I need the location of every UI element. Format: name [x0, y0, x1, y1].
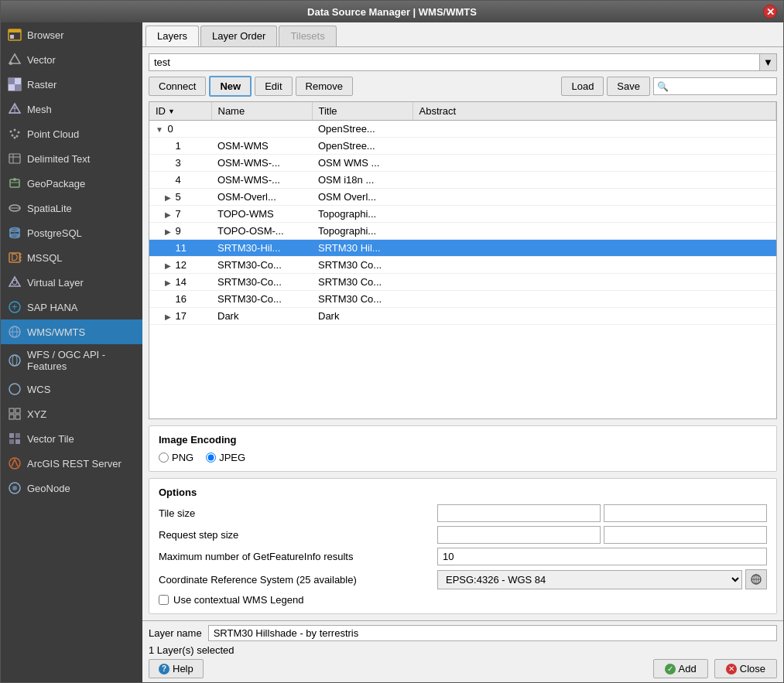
- sidebar-item-wms-wmts[interactable]: WMS/WMTS: [1, 319, 142, 344]
- table-row[interactable]: ▼ 0OpenStree...: [149, 121, 776, 138]
- sidebar-item-sap-hana[interactable]: + SAP HANA: [1, 295, 142, 319]
- table-row[interactable]: ▶ 9TOPO-OSM-...Topographi...: [149, 223, 776, 240]
- table-row[interactable]: 4OSM-WMS-...OSM i18n ...: [149, 172, 776, 189]
- cell-title: Topographi...: [312, 206, 413, 223]
- sidebar-item-postgresql[interactable]: PostgreSQL: [1, 220, 142, 245]
- table-row[interactable]: ▶ 12SRTM30-Co...SRTM30 Co...: [149, 257, 776, 274]
- close-window-button[interactable]: ✕: [763, 5, 777, 19]
- sidebar-item-wcs[interactable]: WCS: [1, 377, 142, 401]
- sidebar-label-raster: Raster: [27, 79, 56, 90]
- sidebar-item-virtual-layer[interactable]: Virtual Layer: [1, 270, 142, 295]
- mesh-icon: [7, 101, 22, 117]
- table-row[interactable]: ▶ 7TOPO-WMSTopographi...: [149, 206, 776, 223]
- svg-rect-46: [15, 415, 20, 419]
- delimited-text-icon: [7, 151, 22, 166]
- png-radio-label[interactable]: PNG: [159, 452, 193, 463]
- sidebar-item-browser[interactable]: Browser: [1, 22, 142, 47]
- wms-wmts-icon: [7, 324, 22, 340]
- status-text: 1 Layer(s) selected: [149, 644, 235, 656]
- tab-layers[interactable]: Layers: [146, 26, 199, 46]
- options-section: Options Tile size Request step size: [149, 478, 777, 614]
- panel-content: test ▼ Connect New Edit Remove Load Save…: [142, 47, 783, 620]
- contextual-legend-checkbox[interactable]: [159, 595, 169, 605]
- crs-select[interactable]: EPSG:4326 - WGS 84: [437, 570, 742, 589]
- svg-point-41: [12, 355, 17, 366]
- sidebar-item-raster[interactable]: Raster: [1, 72, 142, 97]
- sidebar-item-point-cloud[interactable]: Point Cloud: [1, 121, 142, 146]
- sidebar-item-delimited-text[interactable]: Delimited Text: [1, 146, 142, 171]
- help-label: Help: [173, 663, 193, 674]
- svg-point-14: [10, 131, 12, 133]
- max-get-feature-input[interactable]: [437, 548, 767, 565]
- remove-button[interactable]: Remove: [296, 77, 353, 96]
- svg-point-17: [12, 135, 14, 137]
- sidebar-label-virtual-layer: Virtual Layer: [27, 277, 84, 289]
- table-row[interactable]: 3OSM-WMS-...OSM WMS ...: [149, 155, 776, 172]
- close-icon: ✕: [766, 6, 775, 18]
- tab-layer-order[interactable]: Layer Order: [200, 26, 277, 46]
- sidebar-item-vector-tile[interactable]: Vector Tile: [1, 426, 142, 451]
- save-button[interactable]: Save: [607, 77, 650, 96]
- svg-rect-2: [10, 35, 14, 39]
- contextual-legend-label[interactable]: Use contextual WMS Legend: [159, 594, 767, 606]
- sidebar-label-sap-hana: SAP HANA: [27, 302, 78, 313]
- sidebar-item-xyz[interactable]: XYZ: [1, 401, 142, 426]
- jpeg-radio-label[interactable]: JPEG: [206, 452, 245, 463]
- help-button[interactable]: ? Help: [149, 659, 204, 678]
- png-radio[interactable]: [159, 452, 169, 463]
- edit-button[interactable]: Edit: [255, 77, 292, 96]
- cell-title: OpenStree...: [312, 138, 413, 155]
- cell-name: OSM-WMS-...: [211, 155, 312, 172]
- layer-name-input[interactable]: [208, 625, 777, 641]
- cell-abstract: [413, 172, 776, 189]
- sidebar-item-mssql[interactable]: DB MSSQL: [1, 245, 142, 270]
- load-button[interactable]: Load: [561, 77, 604, 96]
- virtual-layer-icon: [7, 275, 22, 290]
- table-row[interactable]: ▶ 14SRTM30-Co...SRTM30 Co...: [149, 274, 776, 291]
- col-title[interactable]: Title: [312, 102, 413, 121]
- table-row[interactable]: ▶ 5OSM-Overl...OSM Overl...: [149, 189, 776, 206]
- sidebar-item-geonode[interactable]: GeoNode: [1, 476, 142, 500]
- svg-rect-50: [15, 439, 20, 444]
- sidebar-item-mesh[interactable]: Mesh: [1, 97, 142, 121]
- sidebar-item-geopackage[interactable]: GeoPackage: [1, 171, 142, 196]
- cell-abstract: [413, 138, 776, 155]
- dialog-close-button[interactable]: ✕ Close: [714, 659, 777, 678]
- cell-abstract: [413, 121, 776, 138]
- crs-button[interactable]: [745, 569, 767, 589]
- table-row[interactable]: 1OSM-WMSOpenStree...: [149, 138, 776, 155]
- sidebar-item-arcgis-rest[interactable]: ArcGIS REST Server: [1, 451, 142, 476]
- spatialite-icon: [7, 200, 22, 216]
- browser-icon: [7, 27, 22, 43]
- col-id[interactable]: ID▼: [149, 102, 211, 121]
- tab-tilesets[interactable]: Tilesets: [279, 26, 336, 46]
- col-abstract[interactable]: Abstract: [413, 102, 776, 121]
- table-row[interactable]: 11SRTM30-Hil...SRTM30 Hil...: [149, 240, 776, 257]
- cell-id: 4: [149, 172, 211, 189]
- sap-hana-icon: +: [7, 299, 22, 315]
- request-step-input-2[interactable]: [604, 526, 767, 544]
- add-button[interactable]: ✓ Add: [653, 659, 708, 678]
- max-get-feature-label: Maximum number of GetFeatureInfo results: [159, 551, 437, 562]
- sidebar-item-spatialite[interactable]: SpatiaLite: [1, 196, 142, 220]
- table-row[interactable]: 16SRTM30-Co...SRTM30 Co...: [149, 291, 776, 308]
- col-name[interactable]: Name: [211, 102, 312, 121]
- request-step-input-1[interactable]: [437, 526, 601, 544]
- search-input[interactable]: [653, 77, 777, 95]
- tabs-bar: Layers Layer Order Tilesets: [142, 22, 783, 47]
- sidebar-item-wfs-ogc[interactable]: WFS / OGC API - Features: [1, 344, 142, 377]
- connect-button[interactable]: Connect: [149, 77, 206, 96]
- svg-rect-1: [9, 29, 21, 32]
- sidebar-item-vector[interactable]: Vector: [1, 47, 142, 72]
- tile-size-input-1[interactable]: [437, 504, 601, 522]
- bottom-bar: Layer name 1 Layer(s) selected ? Help ✓ …: [142, 620, 783, 682]
- svg-rect-49: [9, 439, 14, 444]
- jpeg-radio[interactable]: [206, 452, 216, 463]
- dropdown-arrow-button[interactable]: ▼: [760, 53, 777, 71]
- new-button[interactable]: New: [209, 76, 252, 97]
- tile-size-input-2[interactable]: [604, 504, 767, 522]
- table-row[interactable]: ▶ 17DarkDark: [149, 308, 776, 325]
- connection-select[interactable]: test: [149, 53, 760, 71]
- max-get-feature-value-wrapper: [437, 548, 767, 565]
- cell-id: ▶ 7: [149, 206, 211, 223]
